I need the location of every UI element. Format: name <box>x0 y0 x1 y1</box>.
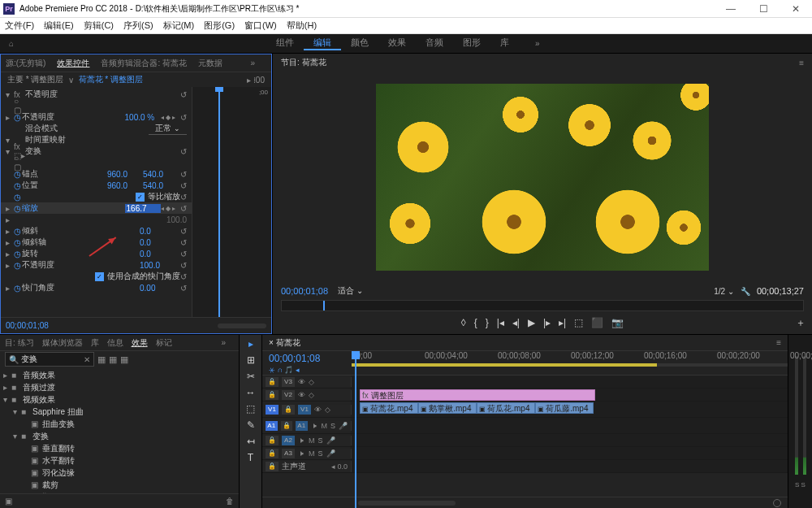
type-tool-icon[interactable]: T <box>248 452 253 463</box>
tree-item[interactable]: ▾■Sapphire 扭曲 <box>0 406 239 418</box>
prop-tr-opacity[interactable]: 不透明度 <box>22 259 140 271</box>
prop-timeremap[interactable]: 时间重映射 <box>25 134 187 145</box>
tab-effects[interactable]: 效果 <box>132 337 148 349</box>
effects-search-input[interactable]: 🔍变换✕ <box>5 352 94 367</box>
new-bin-icon[interactable]: ▣ <box>5 497 12 506</box>
hand-tool-icon[interactable]: ↤ <box>247 436 255 447</box>
menu-clip[interactable]: 剪辑(C) <box>84 20 114 32</box>
tab-info[interactable]: 信息 <box>107 337 123 349</box>
prop-scale[interactable]: 缩放 <box>22 202 125 214</box>
panel-menu-icon[interactable]: » <box>250 59 255 67</box>
tree-item[interactable]: ▸■音频过渡 <box>0 381 239 393</box>
go-to-out-icon[interactable]: ▸| <box>559 317 566 328</box>
project-more-icon[interactable]: » <box>221 338 226 347</box>
workspace-color[interactable]: 颜色 <box>341 37 378 50</box>
preset-filter3-icon[interactable]: ▦ <box>120 354 128 365</box>
maximize-button[interactable]: ☐ <box>747 0 780 18</box>
wrench-icon[interactable]: 🔧 <box>741 287 750 296</box>
track-master[interactable]: 主声道 <box>282 461 306 472</box>
mini-tl-toggle[interactable]: ▸ ⁞00 <box>247 76 265 85</box>
workspace-more-icon[interactable]: » <box>535 39 540 48</box>
prop-transform-section[interactable]: 变换 <box>25 145 175 157</box>
timeline-panel-menu-icon[interactable]: ≡ <box>776 338 781 347</box>
tree-item[interactable]: ▣水平翻转 <box>0 454 239 467</box>
prop-anchor[interactable]: 锚点 <box>22 168 107 180</box>
prop-opacity[interactable]: 不透明度 <box>22 111 125 123</box>
timeline-settings-icons[interactable]: ⚹ ∩ 🎵 ◂ <box>269 366 345 375</box>
prop-shutterangle[interactable]: 快门角度 <box>22 282 140 293</box>
solo-sync-icon[interactable]: S S <box>795 481 806 488</box>
preset-filter-icon[interactable]: ▦ <box>97 354 106 365</box>
prop-skew[interactable]: 倾斜 <box>22 225 140 237</box>
effect-mini-timeline[interactable]: ;00 <box>192 87 271 317</box>
export-frame-icon[interactable]: 📷 <box>611 317 624 328</box>
opacity-value[interactable]: 100.0 % <box>125 113 161 122</box>
lift-icon[interactable]: ⬚ <box>574 317 583 328</box>
go-to-in-icon[interactable]: |◂ <box>497 317 504 328</box>
workspace-audio[interactable]: 音频 <box>416 37 453 50</box>
track-a2-target[interactable]: A2 <box>282 436 295 445</box>
workspace-graphics[interactable]: 图形 <box>453 37 490 50</box>
timeline-zoom-handle[interactable] <box>773 499 781 507</box>
clip-adjustment[interactable]: fx 调整图层 <box>360 389 595 401</box>
clip-2[interactable]: ▣ 鹅掌楸.mp4 <box>418 402 477 414</box>
selection-tool-icon[interactable]: ▸ <box>248 338 253 350</box>
tree-item[interactable]: ▣裁剪 <box>0 479 239 491</box>
track-v3-lock[interactable]: 🔒 <box>266 377 279 387</box>
tab-audio-mixer[interactable]: 音频剪辑混合器: 荷蒿花 <box>101 58 187 69</box>
track-select-tool-icon[interactable]: ⊞ <box>247 354 255 366</box>
menu-help[interactable]: 帮助(H) <box>287 20 317 32</box>
mark-out-icon[interactable]: } <box>486 317 489 328</box>
timeline-timecode[interactable]: 00;00;01;08 <box>269 353 345 364</box>
pen-tool-icon[interactable]: ✎ <box>247 419 255 431</box>
tab-markers[interactable]: 标记 <box>156 337 172 349</box>
preset-filter2-icon[interactable]: ▦ <box>109 354 117 365</box>
timeline-ruler[interactable]: 00;00 00;00;04;00 00;00;08;00 00;00;12;0… <box>352 351 788 375</box>
stopwatch-icon[interactable]: ◷ <box>14 113 22 122</box>
program-panel-menu-icon[interactable]: ≡ <box>799 59 804 67</box>
clip-3[interactable]: ▣ 荷瓜花.mp4 <box>477 402 535 414</box>
track-v1-source[interactable]: V1 <box>266 405 279 415</box>
program-scrubber[interactable] <box>281 300 804 311</box>
step-forward-icon[interactable]: |▸ <box>543 317 551 328</box>
track-v3-target[interactable]: V3 <box>282 377 295 387</box>
clip-1[interactable]: ▣ 荷蒿花.mp4 <box>360 402 418 414</box>
workspace-assembly[interactable]: 组件 <box>266 37 304 50</box>
prop-skewaxis[interactable]: 倾斜轴 <box>22 237 140 248</box>
menu-marker[interactable]: 标记(M) <box>163 20 195 32</box>
prop-position[interactable]: 位置 <box>22 180 107 191</box>
program-scale-dropdown[interactable]: 1/2 ⌄ <box>714 287 734 296</box>
clip-4[interactable]: ▣ 荷瓜藤.mp4 <box>535 402 594 414</box>
play-icon[interactable]: ▶ <box>528 317 535 328</box>
timeline-zoom-bar[interactable] <box>358 501 456 506</box>
program-timecode[interactable]: 00;00;01;08 <box>281 286 328 296</box>
tree-item[interactable]: ▸■音频效果 <box>0 369 239 381</box>
source-timecode[interactable]: 00;00;01;08 <box>6 321 49 330</box>
uniform-scale-checkbox[interactable]: ✓ <box>136 193 145 202</box>
mini-zoom-bar[interactable] <box>218 323 266 328</box>
ripple-tool-icon[interactable]: ✂ <box>247 371 255 382</box>
menu-edit[interactable]: 编辑(E) <box>44 20 74 32</box>
tab-effect-controls[interactable]: 效果控件 <box>57 58 89 69</box>
home-icon[interactable]: ⌂ <box>0 39 23 48</box>
track-a1-target[interactable]: A1 <box>296 421 308 431</box>
tree-item[interactable]: ▣羽化边缘 <box>0 467 239 479</box>
button-editor-icon[interactable]: ＋ <box>796 316 806 330</box>
add-marker-icon[interactable]: ◊ <box>461 317 466 328</box>
minimize-button[interactable]: — <box>715 0 747 18</box>
tree-item[interactable]: ▾■视频效果 <box>0 393 239 406</box>
tree-item[interactable]: ▾■变换 <box>0 430 239 442</box>
razor-tool-icon[interactable]: ↔ <box>246 387 256 398</box>
scale-value[interactable]: 166.7 <box>125 204 161 213</box>
prop-rotation[interactable]: 旋转 <box>22 248 140 259</box>
tab-media-browser[interactable]: 媒体浏览器 <box>42 337 83 349</box>
sequence-tab[interactable]: × 荷蒿花 <box>269 337 300 349</box>
workspace-libraries[interactable]: 库 <box>490 37 519 50</box>
trash-icon[interactable]: 🗑 <box>226 497 234 506</box>
step-back-icon[interactable]: ◂| <box>512 317 520 328</box>
tab-libraries[interactable]: 库 <box>91 337 99 349</box>
tree-item[interactable]: ▣扭曲变换 <box>0 418 239 430</box>
menu-window[interactable]: 窗口(W) <box>244 20 277 32</box>
menu-sequence[interactable]: 序列(S) <box>123 20 153 32</box>
extract-icon[interactable]: ⬛ <box>591 317 603 328</box>
